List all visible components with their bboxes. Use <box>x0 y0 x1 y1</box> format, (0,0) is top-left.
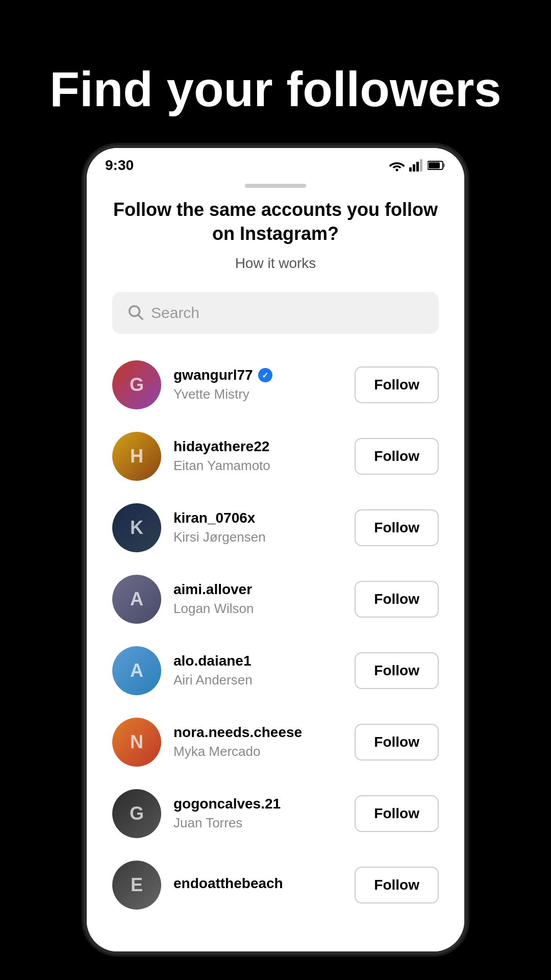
user-handle-row: nora.needs.cheese <box>173 724 355 741</box>
wifi-icon <box>389 159 405 172</box>
status-time: 9:30 <box>105 157 134 174</box>
user-handle-row: alo.daiane1 <box>173 653 355 669</box>
avatar: A <box>112 575 161 624</box>
user-info: aimi.alloverLogan Wilson <box>173 581 355 617</box>
avatar-letter: A <box>112 646 161 695</box>
avatar: E <box>112 861 161 910</box>
user-handle-row: gogoncalves.21 <box>173 796 355 812</box>
user-handle: nora.needs.cheese <box>173 724 302 741</box>
user-display-name: Logan Wilson <box>173 601 355 617</box>
page-headline: Find your followers <box>9 61 542 117</box>
user-info: alo.daiane1Airi Andersen <box>173 653 355 688</box>
user-row: Nnora.needs.cheeseMyka MercadoFollow <box>112 706 439 778</box>
verified-badge: ✓ <box>258 368 272 382</box>
user-row: Aaimi.alloverLogan WilsonFollow <box>112 564 439 635</box>
search-icon <box>127 303 144 323</box>
avatar-letter: E <box>112 861 161 910</box>
user-display-name: Eitan Yamamoto <box>173 458 355 474</box>
user-handle: hidayathere22 <box>173 438 269 455</box>
avatar-letter: G <box>112 360 161 409</box>
follow-button[interactable]: Follow <box>355 366 439 403</box>
signal-icon <box>409 159 423 172</box>
sheet-title: Follow the same accounts you follow on I… <box>112 198 439 246</box>
follow-button[interactable]: Follow <box>355 867 439 903</box>
avatar-letter: K <box>112 503 161 552</box>
follow-button[interactable]: Follow <box>355 581 439 618</box>
user-info: hidayathere22Eitan Yamamoto <box>173 438 355 474</box>
status-icons <box>389 159 446 172</box>
avatar-letter: A <box>112 575 161 624</box>
user-handle: aimi.allover <box>173 581 252 598</box>
user-display-name: Airi Andersen <box>173 672 355 688</box>
user-handle: gwangurl77 <box>173 367 253 383</box>
how-it-works-link[interactable]: How it works <box>112 255 439 272</box>
search-placeholder: Search <box>151 304 199 322</box>
avatar: K <box>112 503 161 552</box>
user-handle: endoatthebeach <box>173 875 283 892</box>
user-row: Ggogoncalves.21Juan TorresFollow <box>112 778 439 849</box>
user-handle-row: hidayathere22 <box>173 438 355 455</box>
user-row: Ggwangurl77✓Yvette MistryFollow <box>112 349 439 421</box>
follow-button[interactable]: Follow <box>355 438 439 475</box>
status-bar: 9:30 <box>87 148 464 179</box>
user-info: nora.needs.cheeseMyka Mercado <box>173 724 355 760</box>
user-handle-row: endoatthebeach <box>173 875 355 892</box>
page-background: Find your followers 9:30 <box>0 0 551 980</box>
user-info: endoatthebeach <box>173 875 355 895</box>
follow-button[interactable]: Follow <box>355 724 439 761</box>
user-row: Kkiran_0706xKirsi JørgensenFollow <box>112 492 439 564</box>
avatar: G <box>112 360 161 409</box>
sheet-content: Follow the same accounts you follow on I… <box>87 198 464 951</box>
svg-rect-2 <box>413 164 415 172</box>
avatar-letter: N <box>112 718 161 767</box>
search-bar[interactable]: Search <box>112 292 439 334</box>
user-list: Ggwangurl77✓Yvette MistryFollowHhidayath… <box>112 349 439 921</box>
avatar: N <box>112 718 161 767</box>
phone-mockup: 9:30 <box>87 148 464 951</box>
svg-rect-7 <box>429 162 440 168</box>
battery-icon <box>428 160 446 170</box>
user-display-name: Juan Torres <box>173 815 355 831</box>
user-info: kiran_0706xKirsi Jørgensen <box>173 510 355 545</box>
user-row: Hhidayathere22Eitan YamamotoFollow <box>112 421 439 492</box>
user-handle: alo.daiane1 <box>173 653 252 669</box>
user-display-name: Yvette Mistry <box>173 386 355 402</box>
user-handle-row: gwangurl77✓ <box>173 367 355 383</box>
svg-rect-6 <box>443 163 445 167</box>
svg-point-0 <box>396 169 398 172</box>
svg-line-9 <box>138 315 142 319</box>
user-display-name: Kirsi Jørgensen <box>173 529 355 545</box>
avatar: A <box>112 646 161 695</box>
svg-rect-4 <box>420 159 422 172</box>
drag-handle <box>245 184 306 188</box>
avatar-letter: G <box>112 789 161 838</box>
user-handle-row: aimi.allover <box>173 581 355 598</box>
avatar-letter: H <box>112 432 161 481</box>
avatar: H <box>112 432 161 481</box>
user-info: gwangurl77✓Yvette Mistry <box>173 367 355 402</box>
user-info: gogoncalves.21Juan Torres <box>173 796 355 831</box>
user-handle: kiran_0706x <box>173 510 255 526</box>
svg-rect-1 <box>409 167 412 172</box>
follow-button[interactable]: Follow <box>355 652 439 689</box>
user-handle-row: kiran_0706x <box>173 510 355 526</box>
avatar: G <box>112 789 161 838</box>
user-row: EendoatthebeachFollow <box>112 849 439 921</box>
user-row: Aalo.daiane1Airi AndersenFollow <box>112 635 439 706</box>
svg-rect-3 <box>416 162 419 172</box>
user-display-name: Myka Mercado <box>173 744 355 760</box>
follow-button[interactable]: Follow <box>355 795 439 832</box>
follow-button[interactable]: Follow <box>355 509 439 546</box>
user-handle: gogoncalves.21 <box>173 796 281 812</box>
